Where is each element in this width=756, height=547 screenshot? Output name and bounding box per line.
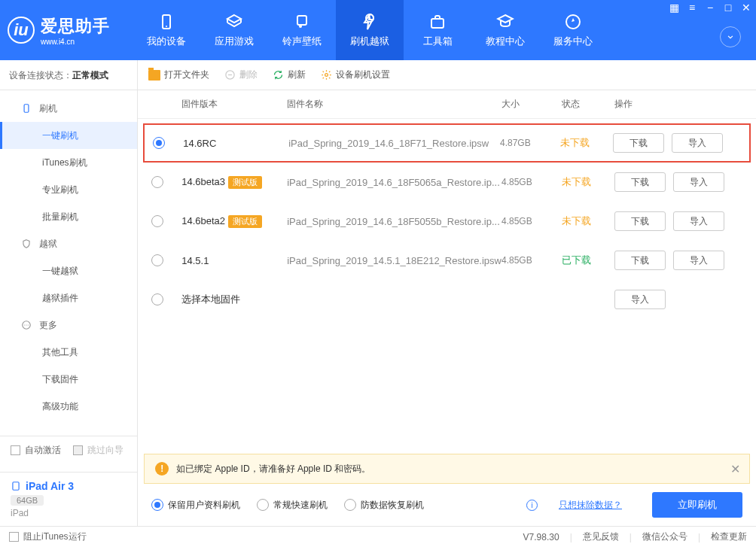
warning-bar: ! 如已绑定 Apple ID，请准备好 Apple ID 和密码。 ✕	[144, 454, 750, 484]
flash-icon	[21, 103, 32, 114]
more-icon	[21, 320, 32, 330]
logo-icon: iu	[8, 17, 35, 44]
side-item[interactable]: 一键刷机	[0, 122, 137, 149]
side-item[interactable]: 越狱插件	[0, 284, 137, 311]
svg-rect-6	[431, 19, 444, 28]
side-item[interactable]: 专业刷机	[0, 176, 137, 203]
delete-button[interactable]: 删除	[224, 68, 258, 81]
side-item[interactable]: 一键越狱	[0, 257, 137, 284]
open-folder-button[interactable]: 打开文件夹	[148, 68, 209, 81]
device-info: iPad Air 3 64GB iPad	[0, 472, 137, 526]
side-item[interactable]: iTunes刷机	[0, 149, 137, 176]
nav-tab-music[interactable]: 铃声壁纸	[268, 0, 336, 60]
expand-button[interactable]	[720, 26, 741, 47]
beta-badge: 测试版	[228, 215, 262, 228]
sidebar: 设备连接状态：正常模式 刷机一键刷机iTunes刷机专业刷机批量刷机越狱一键越狱…	[0, 60, 138, 526]
side-item[interactable]: 批量刷机	[0, 203, 137, 230]
device-name[interactable]: iPad Air 3	[11, 480, 127, 492]
apps-icon	[225, 13, 243, 31]
sidebar-bottom: 自动激活 跳过向导	[0, 436, 137, 472]
device-storage: 64GB	[11, 495, 44, 506]
row-action-button[interactable]: 下载	[614, 211, 666, 231]
svg-point-3	[299, 25, 302, 28]
side-item[interactable]: 下载固件	[0, 366, 137, 393]
option-radio[interactable]	[151, 499, 163, 511]
row-action-button[interactable]: 导入	[614, 290, 666, 309]
wechat-link[interactable]: 微信公众号	[642, 530, 687, 543]
nav-tab-apps[interactable]: 应用游戏	[200, 0, 268, 60]
side-item[interactable]: 其他工具	[0, 339, 137, 366]
option-radio[interactable]	[257, 499, 269, 511]
row-radio[interactable]	[151, 254, 163, 266]
row-radio[interactable]	[151, 176, 163, 188]
flash-options: 保留用户资料刷机常规快速刷机防数据恢复刷机 i 只想抹除数据？ 立即刷机	[138, 484, 756, 526]
app-subtitle: www.i4.cn	[41, 38, 110, 46]
nav-tab-toolbox[interactable]: 工具箱	[404, 0, 471, 60]
svg-point-15	[325, 74, 328, 77]
close-warning-button[interactable]: ✕	[730, 462, 740, 476]
svg-rect-5	[369, 17, 370, 20]
help-icon[interactable]: i	[526, 500, 538, 511]
nav-tab-service[interactable]: 服务中心	[539, 0, 607, 60]
row-action-button[interactable]: 导入	[673, 211, 724, 231]
warning-icon: !	[155, 462, 169, 476]
auto-activate-checkbox[interactable]	[11, 445, 20, 455]
row-action-button[interactable]: 下载	[614, 251, 666, 270]
feedback-link[interactable]: 意见反馈	[583, 530, 619, 543]
firmware-row[interactable]: 14.6RCiPad_Spring_2019_14.6_18F71_Restor…	[143, 123, 751, 163]
connection-status: 设备连接状态：正常模式	[0, 60, 137, 90]
tutorial-icon	[496, 13, 514, 31]
svg-point-12	[28, 324, 29, 325]
row-action-button[interactable]: 导入	[672, 133, 723, 153]
close-button[interactable]: ✕	[741, 2, 751, 13]
option-radio[interactable]	[344, 499, 356, 511]
settings-button[interactable]: 设备刷机设置	[321, 68, 390, 81]
flash-now-button[interactable]: 立即刷机	[652, 492, 742, 518]
firmware-row[interactable]: 14.6beta3测试版iPad_Spring_2019_14.6_18F506…	[138, 163, 756, 202]
row-action-button[interactable]: 导入	[673, 251, 724, 270]
firmware-row[interactable]: 14.5.1iPad_Spring_2019_14.5.1_18E212_Res…	[138, 241, 756, 280]
row-radio[interactable]	[151, 293, 163, 305]
side-group: 更多	[0, 311, 137, 339]
side-item[interactable]: 高级功能	[0, 393, 137, 420]
prevent-itunes-checkbox[interactable]	[9, 532, 19, 542]
toolbox-icon	[428, 13, 447, 31]
svg-point-7	[566, 15, 580, 29]
logo: iu 爱思助手 www.i4.cn	[8, 15, 110, 46]
row-action-button[interactable]: 下载	[614, 172, 666, 192]
row-action-button[interactable]: 下载	[613, 133, 664, 153]
window-controls: ▦ ≡ − □ ✕	[669, 2, 751, 13]
menu-icon[interactable]: ≡	[687, 2, 697, 13]
row-radio[interactable]	[151, 215, 163, 227]
flash-option[interactable]: 防数据恢复刷机	[344, 499, 424, 512]
toolbar: 打开文件夹 删除 刷新 设备刷机设置	[138, 60, 756, 90]
side-nav: 刷机一键刷机iTunes刷机专业刷机批量刷机越狱一键越狱越狱插件更多其他工具下载…	[0, 90, 137, 436]
flash-option[interactable]: 常规快速刷机	[257, 499, 328, 512]
svg-rect-13	[13, 482, 19, 491]
skip-guide-checkbox[interactable]	[73, 445, 83, 455]
svg-point-1	[166, 26, 167, 27]
grid-icon[interactable]: ▦	[669, 2, 679, 13]
row-action-button[interactable]: 导入	[673, 172, 724, 192]
nav-tab-tutorial[interactable]: 教程中心	[471, 0, 539, 60]
flash-icon	[361, 13, 379, 31]
maximize-button[interactable]: □	[723, 2, 733, 13]
firmware-row[interactable]: 选择本地固件导入	[138, 280, 756, 319]
folder-icon	[148, 70, 160, 81]
device-type: iPad	[11, 508, 127, 518]
nav-tab-flash[interactable]: 刷机越狱	[336, 0, 404, 60]
app-title: 爱思助手	[41, 15, 110, 38]
row-radio[interactable]	[153, 137, 165, 149]
flash-option[interactable]: 保留用户资料刷机	[151, 499, 240, 512]
minimize-button[interactable]: −	[705, 2, 715, 13]
app-header: iu 爱思助手 www.i4.cn 我的设备应用游戏铃声壁纸刷机越狱工具箱教程中…	[0, 0, 756, 60]
firmware-row[interactable]: 14.6beta2测试版iPad_Spring_2019_14.6_18F505…	[138, 202, 756, 241]
erase-data-link[interactable]: 只想抹除数据？	[559, 499, 622, 512]
svg-point-11	[26, 324, 26, 325]
check-update-link[interactable]: 检查更新	[711, 530, 747, 543]
refresh-button[interactable]: 刷新	[273, 68, 306, 81]
svg-rect-2	[297, 16, 306, 25]
nav-tab-device[interactable]: 我的设备	[133, 0, 200, 60]
content: 打开文件夹 删除 刷新 设备刷机设置 固件版本 固件名称 大小 状态 操作 14…	[138, 60, 756, 526]
music-icon	[293, 13, 311, 31]
